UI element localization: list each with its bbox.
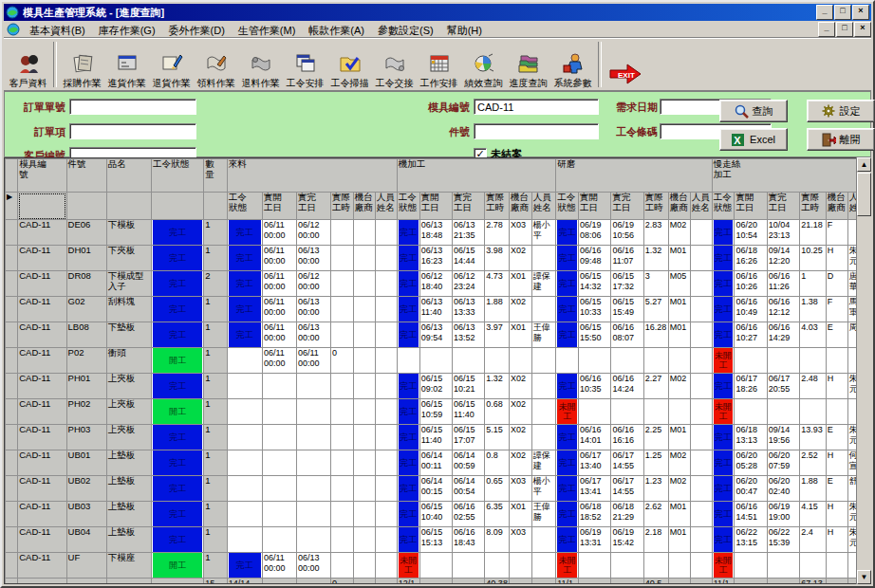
- grid-cell[interactable]: 06/2002:40: [767, 476, 799, 502]
- grid-cell[interactable]: X02: [509, 450, 531, 476]
- status-cell[interactable]: 完工: [227, 322, 262, 348]
- grid-cell[interactable]: M05: [668, 271, 690, 297]
- grid-cell[interactable]: [331, 271, 354, 297]
- grid-cell[interactable]: [531, 399, 556, 425]
- grid-cell[interactable]: 06/1100:00: [296, 348, 330, 374]
- grid-cell[interactable]: 06/1100:00: [262, 297, 296, 322]
- grid-cell[interactable]: [296, 399, 330, 425]
- grid-cell[interactable]: 06/2005:28: [735, 450, 767, 476]
- grid-cell[interactable]: 21.18: [800, 220, 827, 246]
- grid-cell[interactable]: 上墊板: [106, 476, 151, 502]
- grid-cell[interactable]: X03: [509, 476, 531, 502]
- status-cell[interactable]: 完工: [556, 450, 579, 476]
- grid-cell[interactable]: [690, 476, 712, 502]
- grid-cell[interactable]: [353, 476, 375, 502]
- grid-cell[interactable]: 1.32: [485, 374, 510, 399]
- grid-cell[interactable]: UB04: [66, 527, 106, 553]
- grid-cell[interactable]: [331, 399, 354, 425]
- grid-cell[interactable]: 3: [643, 271, 668, 297]
- grid-cell[interactable]: F: [826, 220, 847, 246]
- grid-cell[interactable]: CAD-11: [18, 399, 66, 425]
- toolbar-button-12[interactable]: 進度查詢: [506, 40, 550, 89]
- grid-cell[interactable]: [331, 425, 354, 450]
- grid-cell[interactable]: 13.93: [800, 425, 827, 450]
- table-row[interactable]: CAD-11PH01上夾板完工1完工06/1509:0206/1510:211.…: [6, 374, 870, 399]
- grid-cell[interactable]: 06/1514:44: [453, 246, 485, 271]
- grid-cell[interactable]: 上夾板: [106, 425, 151, 450]
- grid-cell[interactable]: [767, 348, 799, 374]
- grid-cell[interactable]: 1: [204, 374, 227, 399]
- grid-cell[interactable]: 06/1100:00: [262, 322, 296, 348]
- menu-item-6[interactable]: 參數設定(S): [371, 24, 440, 37]
- status-cell[interactable]: 完工: [227, 220, 262, 246]
- grid-cell[interactable]: 上墊板: [106, 502, 151, 527]
- toolbar-button-9[interactable]: 工令交接: [372, 40, 417, 89]
- grid-cell[interactable]: 3.98: [485, 246, 510, 271]
- grid-cell[interactable]: 6.35: [485, 502, 510, 527]
- status-cell[interactable]: 完工: [152, 374, 204, 399]
- status-cell[interactable]: 完工: [397, 399, 419, 425]
- toolbar-button-1[interactable]: 客戶資料: [6, 40, 50, 89]
- grid-cell[interactable]: LB08: [66, 322, 106, 348]
- grid-cell[interactable]: 06/1515:13: [419, 527, 452, 553]
- settings-button[interactable]: 設定: [807, 100, 875, 122]
- table-row[interactable]: CAD-11UF下模座開工1完工06/1100:0006/1300:00未開工未…: [6, 553, 870, 579]
- grid-cell[interactable]: [690, 399, 712, 425]
- grid-cell[interactable]: 楊小平: [531, 220, 556, 246]
- grid-cell[interactable]: 1: [204, 297, 227, 322]
- grid-cell[interactable]: 06/1400:59: [453, 450, 485, 476]
- grid-cell[interactable]: 刮料塊: [106, 297, 151, 322]
- grid-cell[interactable]: 06/1313:52: [453, 322, 485, 348]
- status-cell[interactable]: 完工: [712, 476, 735, 502]
- grid-cell[interactable]: M01: [668, 246, 690, 271]
- status-cell[interactable]: 未開工: [712, 348, 735, 374]
- grid-cell[interactable]: 06/2215:39: [767, 527, 799, 553]
- grid-cell[interactable]: CAD-11: [18, 425, 66, 450]
- grid-cell[interactable]: 2.52: [800, 450, 827, 476]
- toolbar-button-4[interactable]: 退貨作業: [149, 40, 194, 89]
- grid-cell[interactable]: [643, 553, 668, 579]
- mdi-restore-button[interactable]: □: [836, 22, 853, 37]
- grid-cell[interactable]: 1: [204, 425, 227, 450]
- grid-cell[interactable]: 2.62: [643, 502, 668, 527]
- grid-cell[interactable]: CAD-11: [18, 553, 66, 579]
- table-row[interactable]: CAD-11P02衝頭開工106/1100:0006/1100:000未開工: [6, 348, 870, 374]
- grid-cell[interactable]: [531, 527, 556, 553]
- grid-cell[interactable]: [375, 374, 397, 399]
- status-cell[interactable]: 完工: [556, 476, 579, 502]
- grid-cell[interactable]: 16.28: [643, 322, 668, 348]
- grid-cell[interactable]: [296, 502, 330, 527]
- status-cell[interactable]: 完工: [152, 450, 204, 476]
- grid-cell[interactable]: [611, 399, 643, 425]
- grid-cell[interactable]: [262, 476, 296, 502]
- status-cell[interactable]: 完工: [556, 271, 579, 297]
- grid-cell[interactable]: 09/1419:56: [767, 425, 799, 450]
- grid-cell[interactable]: [375, 476, 397, 502]
- grid-cell[interactable]: PH01: [66, 374, 106, 399]
- mdi-minimize-button[interactable]: _: [818, 22, 835, 37]
- grid-cell[interactable]: [826, 553, 847, 579]
- status-cell[interactable]: 完工: [227, 297, 262, 322]
- grid-cell[interactable]: [735, 553, 767, 579]
- status-cell[interactable]: 完工: [556, 322, 579, 348]
- scroll-down-button[interactable]: ▼: [857, 570, 871, 584]
- grid-cell[interactable]: [690, 374, 712, 399]
- grid-cell[interactable]: [579, 399, 611, 425]
- grid-cell[interactable]: 06/1602:55: [453, 502, 485, 527]
- grid-cell[interactable]: 06/1510:21: [453, 374, 485, 399]
- grid-cell[interactable]: E: [826, 476, 847, 502]
- minimize-button[interactable]: _: [816, 5, 833, 20]
- grid-cell[interactable]: [579, 553, 611, 579]
- grid-cell[interactable]: M02: [668, 374, 690, 399]
- grid-cell[interactable]: 衝頭: [106, 348, 151, 374]
- grid-cell[interactable]: [826, 399, 847, 425]
- row-selector[interactable]: [6, 425, 18, 450]
- order-item-input[interactable]: [69, 123, 196, 139]
- status-cell[interactable]: 未開工: [556, 399, 579, 425]
- grid-cell[interactable]: [800, 348, 827, 374]
- grid-cell[interactable]: [531, 553, 556, 579]
- status-cell[interactable]: [556, 348, 579, 374]
- status-cell[interactable]: 完工: [712, 246, 735, 271]
- grid-cell[interactable]: [375, 246, 397, 271]
- grid-cell[interactable]: 06/1913:31: [579, 527, 611, 553]
